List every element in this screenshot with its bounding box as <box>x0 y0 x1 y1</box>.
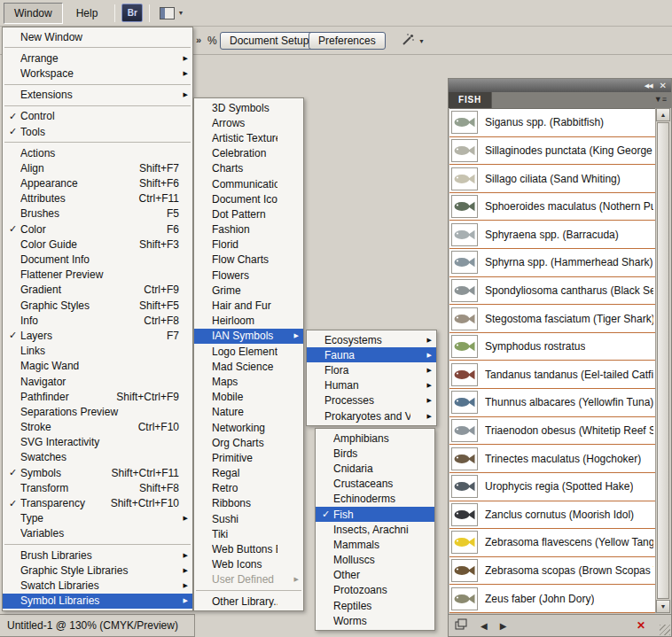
fish-item-zanclus-cornutus-moorish-idol[interactable]: Zanclus cornutus (Moorish Idol) <box>449 501 655 530</box>
fish-item-triaenodon-obesus-whitetip-reef-shark[interactable]: Triaenodon obesus (Whitetip Reef Shark) <box>449 417 655 446</box>
menu-item-charts[interactable]: Charts <box>194 161 303 176</box>
menu-item-logo-elements[interactable]: Logo Elements <box>194 344 303 359</box>
menu-item-user-defined[interactable]: User Defined ▶ <box>194 572 303 587</box>
previous-library-icon[interactable]: ◀ <box>481 621 488 631</box>
menu-item-separations-preview[interactable]: Separations Preview <box>3 404 192 419</box>
delete-icon[interactable]: ✕ <box>637 619 645 632</box>
menu-item-flattener-preview[interactable]: Flattener Preview <box>3 268 192 283</box>
menu-item-communication[interactable]: Communication <box>194 176 303 191</box>
menu-item-processes[interactable]: Processes ▶ <box>307 393 436 408</box>
menu-item-protozoans[interactable]: Protozoans <box>316 583 434 598</box>
fish-item-stegostoma-fasciatum-tiger-shark[interactable]: Stegostoma fasciatum (Tiger Shark) <box>449 305 655 333</box>
menu-item-grime[interactable]: Grime <box>194 283 303 298</box>
menu-item-attributes[interactable]: Attributes Ctrl+F11 <box>3 191 192 206</box>
fish-item-sphyraena-spp-barracuda[interactable]: Sphyraena spp. (Barracuda) <box>449 221 655 249</box>
collapse-to-icons-icon[interactable]: ◀◀ <box>645 82 652 89</box>
menu-item-mad-science[interactable]: Mad Science <box>194 359 303 374</box>
menu-item-fashion[interactable]: Fashion <box>194 222 303 237</box>
document-setup-button[interactable]: Document Setup <box>220 32 318 50</box>
menu-item-fauna[interactable]: Fauna ▶ <box>307 347 436 362</box>
menu-item-heirloom[interactable]: Heirloom <box>194 314 303 329</box>
menu-item-flow-charts[interactable]: Flow Charts <box>194 252 303 268</box>
menu-item-swatch-libraries[interactable]: Swatch Libraries ▶ <box>3 578 192 593</box>
menu-item-brushes[interactable]: Brushes F5 <box>3 206 192 221</box>
menu-item-other[interactable]: Other <box>316 568 434 583</box>
menu-item-web-icons[interactable]: Web Icons <box>194 557 303 572</box>
menu-item-nature[interactable]: Nature <box>194 405 303 420</box>
menu-item-dot-pattern[interactable]: Dot Pattern <box>194 206 303 221</box>
menu-item-document-info[interactable]: Document Info <box>3 252 192 267</box>
menu-item-stroke[interactable]: Stroke Ctrl+F10 <box>3 420 192 435</box>
menu-item-reptiles[interactable]: Reptiles <box>316 598 434 613</box>
menu-item-new-window[interactable]: New Window <box>3 29 192 44</box>
menu-item-gradient[interactable]: Gradient Ctrl+F9 <box>3 283 192 298</box>
menu-item-transform[interactable]: Transform Shift+F8 <box>3 480 192 495</box>
menu-item-celebration[interactable]: Celebration <box>194 146 303 161</box>
menu-item-graphic-styles[interactable]: Graphic Styles Shift+F5 <box>3 298 192 313</box>
panel-title-bar[interactable]: ◀◀ ✕ <box>449 79 671 92</box>
fish-item-siganus-spp-rabbitfish[interactable]: Siganus spp. (Rabbitfish) <box>449 109 655 137</box>
menu-item-sushi[interactable]: Sushi <box>194 511 303 526</box>
menu-item-human[interactable]: Human ▶ <box>307 378 436 393</box>
menu-item-molluscs[interactable]: Molluscs <box>316 553 434 568</box>
menu-item-magic-wand[interactable]: Magic Wand <box>3 359 192 374</box>
menu-item-align[interactable]: Align Shift+F7 <box>3 160 192 175</box>
menu-item-arrange[interactable]: Arrange ▶ <box>3 50 192 66</box>
menu-item-flowers[interactable]: Flowers <box>194 268 303 283</box>
menu-item-appearance[interactable]: Appearance Shift+F6 <box>3 176 192 191</box>
fish-item-trinectes-maculatus-hogchoker[interactable]: Trinectes maculatus (Hogchoker) <box>449 445 655 473</box>
menu-item-navigator[interactable]: Navigator <box>3 374 192 389</box>
menu-item-cnidaria[interactable]: Cnidaria <box>316 461 434 476</box>
fish-item-spondyliosoma-cantharus-black-seabream[interactable]: Spondyliosoma cantharus (Black Seabream) <box>449 277 655 306</box>
fish-item-sillaginodes-punctata-king-george-whiting[interactable]: Sillaginodes punctata (King George Whiti… <box>449 137 655 166</box>
scrollbar-thumb[interactable] <box>657 122 669 599</box>
fish-item-zeus-faber-john-dory[interactable]: Zeus faber (John Dory) <box>449 585 655 613</box>
menu-help[interactable]: Help <box>66 3 109 24</box>
workspace-switcher-button[interactable]: ▼ <box>156 4 187 22</box>
chevron-down-icon[interactable]: ▼ <box>418 38 425 44</box>
menu-item-artistic-textures[interactable]: Artistic Textures <box>194 130 303 145</box>
menu-item-pathfinder[interactable]: Pathfinder Shift+Ctrl+F9 <box>3 389 192 404</box>
menu-item-birds[interactable]: Birds <box>316 446 434 461</box>
fish-item-symphodus-rostratus[interactable]: Symphodus rostratus <box>449 333 655 361</box>
menu-item-3d-symbols[interactable]: 3D Symbols <box>194 100 303 115</box>
menu-item-symbols[interactable]: ✓ Symbols Shift+Ctrl+F11 <box>3 465 192 480</box>
fish-item-urophycis-regia-spotted-hake[interactable]: Urophycis regia (Spotted Hake) <box>449 473 655 501</box>
menu-item-transparency[interactable]: ✓ Transparency Shift+Ctrl+F10 <box>3 495 192 510</box>
tab-fish[interactable]: FISH <box>449 92 492 108</box>
menu-item-symbol-libraries[interactable]: Symbol Libraries ▶ <box>3 594 192 609</box>
menu-item-fish[interactable]: ✓ Fish <box>316 507 434 522</box>
menu-item-florid[interactable]: Florid <box>194 237 303 252</box>
fish-item-sillago-ciliata-sand-whiting[interactable]: Sillago ciliata (Sand Whiting) <box>449 165 655 193</box>
menu-item-brush-libraries[interactable]: Brush Libraries ▶ <box>3 548 192 563</box>
menu-item-prokaryotes-and-viruses[interactable]: Prokaryotes and Viruses ▶ <box>307 408 436 423</box>
next-library-icon[interactable]: ▶ <box>500 621 507 631</box>
menu-item-worms[interactable]: Worms <box>316 613 434 628</box>
menu-item-swatches[interactable]: Swatches <box>3 450 192 465</box>
menu-item-svg-interactivity[interactable]: SVG Interactivity <box>3 435 192 450</box>
menu-item-org-charts[interactable]: Org Charts <box>194 435 303 450</box>
menu-item-echinoderms[interactable]: Echinoderms <box>316 492 434 507</box>
menu-item-info[interactable]: Info Ctrl+F8 <box>3 313 192 328</box>
menu-item-other-library[interactable]: Other Library... <box>194 594 303 609</box>
fish-item-tandanus-tandanus-eel-tailed-catfish[interactable]: Tandanus tandanus (Eel-tailed Catfish) <box>449 361 655 389</box>
menu-item-ecosystems[interactable]: Ecosystems ▶ <box>307 332 436 347</box>
menu-item-ribbons[interactable]: Ribbons <box>194 496 303 511</box>
menu-item-hair-and-fur[interactable]: Hair and Fur <box>194 298 303 313</box>
symbol-libraries-menu-icon[interactable] <box>455 618 468 633</box>
menu-item-ian-symbols[interactable]: IAN Symbols ▶ <box>194 329 303 344</box>
menu-item-retro[interactable]: Retro <box>194 481 303 496</box>
menu-item-maps[interactable]: Maps <box>194 374 303 389</box>
menu-item-extensions[interactable]: Extensions ▶ <box>3 88 192 103</box>
menu-item-workspace[interactable]: Workspace ▶ <box>3 66 192 81</box>
fish-item-sphoeroides-maculatus-nothern-puffer[interactable]: Sphoeroides maculatus (Nothern Puffer) <box>449 193 655 221</box>
bridge-button[interactable]: Br <box>121 4 143 22</box>
menu-item-flora[interactable]: Flora ▶ <box>307 362 436 377</box>
menu-item-control[interactable]: ✓ Control <box>3 109 192 124</box>
scroll-up-icon[interactable]: ▲ <box>656 108 670 121</box>
menu-item-tiki[interactable]: Tiki <box>194 526 303 541</box>
fish-item-sphyrna-spp-hammerhead-shark[interactable]: Sphyrna spp. (Hammerhead Shark) <box>449 249 655 277</box>
scrollbar[interactable]: ▲ ▼ <box>655 108 670 613</box>
scroll-down-icon[interactable]: ▼ <box>656 600 670 613</box>
menu-item-networking[interactable]: Networking <box>194 420 303 435</box>
